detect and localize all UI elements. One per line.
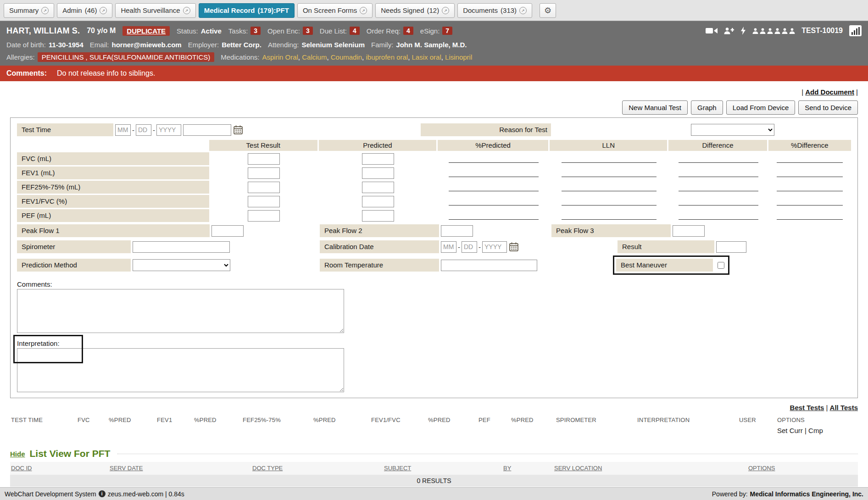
email-value[interactable]: horner@mieweb.com	[111, 41, 181, 49]
tab-count: (12)	[427, 6, 439, 14]
lightning-icon[interactable]	[740, 27, 746, 35]
popout-icon[interactable]: ↗	[183, 7, 190, 14]
test-time-month-input[interactable]	[115, 124, 131, 136]
chart-icon-button[interactable]	[849, 25, 862, 36]
popout-icon[interactable]: ↗	[41, 7, 49, 14]
tab-admin[interactable]: Admin (46) ↗	[57, 3, 112, 18]
family-value: John M. Sample, M.D.	[396, 41, 467, 49]
spirometer-input[interactable]	[133, 241, 230, 253]
prediction-method-select[interactable]	[133, 259, 230, 271]
cmp-link[interactable]: Cmp	[808, 427, 823, 434]
list-col-subject[interactable]: SUBJECT	[384, 465, 411, 472]
col-header-difference: Difference	[668, 140, 768, 151]
new-manual-test-button[interactable]: New Manual Test	[622, 100, 688, 115]
esign-count-badge[interactable]: 7	[442, 27, 452, 35]
list-col-doc-type[interactable]: DOC TYPE	[252, 465, 283, 472]
video-camera-icon[interactable]	[706, 27, 718, 34]
medication-link[interactable]: ibuprofen oral	[366, 53, 408, 61]
graph-button[interactable]: Graph	[691, 100, 723, 115]
tab-medical-record[interactable]: Medical Record (179):PFT	[199, 3, 295, 18]
family-field: Family: John M. Sample, M.D.	[371, 41, 467, 49]
tab-health-surveillance[interactable]: Health Surveillance ↗	[115, 3, 195, 18]
list-col-by[interactable]: BY	[503, 465, 511, 472]
duplicate-flag-link[interactable]: DUPLICATE	[122, 26, 170, 36]
popout-icon[interactable]: ↗	[360, 7, 367, 14]
best-tests-link[interactable]: Best Tests	[790, 404, 824, 411]
tab-summary[interactable]: Summary ↗	[4, 3, 54, 18]
add-person-icon[interactable]	[724, 28, 734, 34]
calendar-icon[interactable]	[509, 242, 518, 251]
peak-flow-2-input[interactable]	[441, 225, 473, 237]
fvc-predicted-input[interactable]	[362, 153, 394, 165]
open-enc-count-badge[interactable]: 3	[303, 27, 313, 35]
email-label: Email:	[90, 41, 109, 49]
all-tests-link[interactable]: All Tests	[830, 404, 858, 411]
test-time-day-input[interactable]	[136, 124, 151, 136]
peak-flow-1-input[interactable]	[211, 225, 244, 237]
allergies-value-link[interactable]: PENICILLINS , SULFA(SULFONAMIDE ANTIBIOT…	[38, 52, 215, 62]
info-icon[interactable]: i	[99, 490, 106, 497]
value-underline	[562, 191, 657, 191]
fef-predicted-input[interactable]	[362, 182, 394, 193]
calibration-year-input[interactable]	[482, 241, 507, 253]
calendar-icon[interactable]	[234, 125, 243, 134]
pef-predicted-input[interactable]	[362, 210, 394, 222]
list-col-options[interactable]: OPTIONS	[748, 465, 775, 472]
peak-flow-2-label: Peak Flow 2	[320, 224, 439, 237]
footer-right: Powered by: Medical Informatics Engineer…	[712, 490, 863, 498]
test-result-cell	[209, 167, 319, 179]
list-col-doc-id[interactable]: DOC ID	[11, 465, 32, 472]
due-list-count-badge[interactable]: 4	[350, 27, 360, 35]
result-input[interactable]	[716, 241, 746, 253]
results-col-pct-pred: %PRED	[511, 417, 534, 423]
popout-icon[interactable]: ↗	[519, 7, 527, 14]
hide-link[interactable]: Hide	[10, 450, 25, 458]
calibration-month-input[interactable]	[441, 241, 456, 253]
medication-link[interactable]: Calcium	[302, 53, 327, 61]
fev1-fvc-test-result-input[interactable]	[248, 196, 280, 207]
tab-documents[interactable]: Documents (313) ↗	[457, 3, 532, 18]
set-curr-link[interactable]: Set Curr	[777, 427, 803, 434]
send-to-device-button[interactable]: Send to Device	[798, 100, 858, 115]
tab-needs-signed[interactable]: Needs Signed (12) ↗	[375, 3, 455, 18]
medication-link[interactable]: Lasix oral	[412, 53, 441, 61]
list-col-serv-date[interactable]: SERV DATE	[110, 465, 143, 472]
tab-label: Needs Signed	[381, 6, 424, 14]
pct-predicted-cell	[438, 152, 550, 165]
pef-test-result-input[interactable]	[248, 210, 280, 222]
popout-icon[interactable]: ↗	[100, 7, 107, 14]
patient-header-row-1: HART, WILLIAM S. 70 y/o M DUPLICATE Stat…	[6, 23, 862, 39]
tasks-count-badge[interactable]: 3	[250, 27, 261, 35]
medication-link[interactable]: Lisinopril	[445, 53, 472, 61]
add-document-link[interactable]: Add Document	[805, 88, 854, 96]
results-col-pct-pred: %PRED	[109, 417, 131, 423]
order-req-count-badge[interactable]: 4	[403, 27, 413, 35]
chart-bar	[851, 32, 853, 35]
separator: |	[856, 88, 858, 96]
fev1-fvc-predicted-input[interactable]	[362, 196, 394, 207]
room-temperature-input[interactable]	[441, 260, 537, 271]
list-col-serv-location[interactable]: SERV LOCATION	[554, 465, 602, 472]
fef-test-result-input[interactable]	[248, 182, 280, 193]
fev1-predicted-input[interactable]	[362, 167, 394, 179]
tab-on-screen-forms[interactable]: On Screen Forms ↗	[297, 3, 373, 18]
load-from-device-button[interactable]: Load From Device	[726, 100, 796, 115]
medication-link[interactable]: Coumadin	[331, 53, 362, 61]
col-header-predicted: Predicted	[319, 140, 438, 151]
fvc-test-result-input[interactable]	[248, 153, 280, 165]
test-time-year-input[interactable]	[156, 124, 181, 136]
best-maneuver-checkbox[interactable]	[718, 262, 724, 269]
results-table-header: TEST TIME FVC %PRED FEV1 %PRED FEF25%-75…	[10, 414, 858, 425]
test-time-time-input[interactable]	[183, 124, 231, 136]
interpretation-textarea[interactable]	[17, 348, 344, 392]
calibration-day-input[interactable]	[462, 241, 477, 253]
reason-for-test-select[interactable]	[691, 124, 774, 136]
medication-link[interactable]: Aspirin Oral	[262, 53, 298, 61]
settings-tab[interactable]: ⚙	[540, 3, 556, 18]
popout-icon[interactable]: ↗	[442, 7, 449, 14]
peak-flow-3-input[interactable]	[673, 225, 705, 237]
value-underline	[777, 205, 843, 206]
form-comments-textarea[interactable]	[17, 289, 344, 333]
difference-cell	[668, 167, 768, 179]
fev1-test-result-input[interactable]	[248, 167, 280, 179]
